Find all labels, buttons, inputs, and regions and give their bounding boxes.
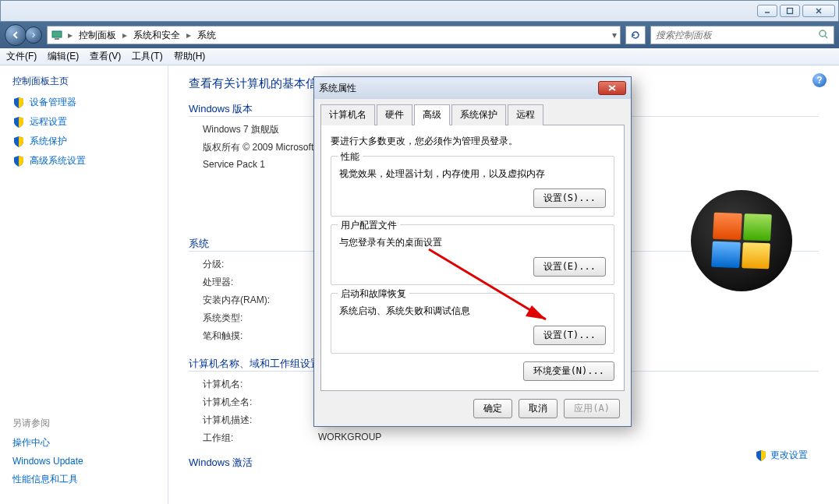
menu-file[interactable]: 文件(F)	[6, 50, 37, 63]
address-bar: ▸ 控制面板 ▸ 系统和安全 ▸ 系统 ▾	[0, 22, 839, 48]
forward-button[interactable]	[25, 26, 42, 44]
computer-icon	[51, 29, 63, 41]
profile-group: 用户配置文件 与您登录有关的桌面设置 设置(E)...	[331, 224, 614, 285]
recovery-group: 启动和故障恢复 系统启动、系统失败和调试信息 设置(T)...	[331, 293, 614, 354]
tab-system-protection[interactable]: 系统保护	[451, 104, 506, 125]
chevron-right-icon: ▸	[185, 30, 193, 41]
processor-label: 处理器:	[203, 276, 318, 289]
rating-label: 分级:	[203, 258, 318, 271]
breadcrumb[interactable]: ▸ 控制面板 ▸ 系统和安全 ▸ 系统 ▾	[47, 26, 621, 44]
apply-button[interactable]: 应用(A)	[564, 399, 620, 418]
performance-title: 性能	[338, 150, 363, 164]
copyright: 版权所有 © 2009 Microsoft	[203, 141, 313, 154]
back-button[interactable]	[5, 24, 27, 46]
breadcrumb-item[interactable]: 系统	[196, 29, 218, 42]
dialog-tabstrip: 计算机名 硬件 高级 系统保护 远程	[320, 104, 625, 125]
systype-label: 系统类型:	[203, 312, 318, 325]
menu-bar: 文件(F) 编辑(E) 查看(V) 工具(T) 帮助(H)	[0, 48, 839, 65]
search-box[interactable]	[650, 26, 834, 44]
workgroup-label: 工作组:	[203, 432, 318, 445]
svg-rect-5	[55, 38, 59, 40]
minimize-button[interactable]	[757, 5, 777, 17]
recovery-title: 启动和故障恢复	[338, 287, 409, 301]
see-also-action-center[interactable]: 操作中心	[12, 436, 155, 449]
performance-group: 性能 视觉效果，处理器计划，内存使用，以及虚拟内存 设置(S)...	[331, 156, 614, 217]
svg-rect-1	[788, 9, 793, 14]
sidebar-system-protection[interactable]: 系统保护	[12, 135, 155, 148]
ram-label: 安装内存(RAM):	[203, 294, 318, 307]
sidebar-device-manager[interactable]: 设备管理器	[12, 96, 155, 109]
menu-help[interactable]: 帮助(H)	[174, 50, 206, 63]
close-button[interactable]	[802, 5, 835, 17]
breadcrumb-item[interactable]: 系统和安全	[132, 29, 182, 42]
tab-remote[interactable]: 远程	[508, 104, 543, 125]
dropdown-icon[interactable]: ▾	[612, 30, 617, 41]
computer-fullname-label: 计算机全名:	[203, 396, 318, 409]
see-also-performance[interactable]: 性能信息和工具	[12, 473, 155, 486]
see-also-title: 另请参阅	[12, 417, 155, 430]
menu-tools[interactable]: 工具(T)	[132, 50, 162, 63]
cancel-button[interactable]: 取消	[519, 399, 558, 418]
see-also-windows-update[interactable]: Windows Update	[12, 456, 155, 467]
env-vars-button[interactable]: 环境变量(N)...	[523, 361, 614, 381]
recovery-settings-button[interactable]: 设置(T)...	[533, 326, 606, 345]
windows-logo	[691, 190, 792, 291]
svg-rect-4	[52, 31, 62, 37]
sidebar-advanced-settings[interactable]: 高级系统设置	[12, 154, 155, 167]
service-pack: Service Pack 1	[203, 159, 265, 170]
dialog-title: 系统属性	[319, 82, 356, 95]
section-activation: Windows 激活	[189, 456, 819, 470]
menu-edit[interactable]: 编辑(E)	[48, 50, 79, 63]
svg-point-6	[820, 30, 826, 37]
help-icon[interactable]: ?	[812, 73, 827, 87]
refresh-button[interactable]	[625, 26, 646, 44]
search-icon[interactable]	[818, 29, 829, 42]
computer-name-label: 计算机名:	[203, 378, 318, 391]
maximize-button[interactable]	[780, 5, 800, 17]
profile-settings-button[interactable]: 设置(E)...	[533, 257, 606, 277]
shield-icon	[12, 116, 25, 129]
tab-hardware[interactable]: 硬件	[377, 104, 412, 125]
tab-advanced[interactable]: 高级	[414, 104, 450, 125]
profile-desc: 与您登录有关的桌面设置	[339, 236, 606, 249]
pen-label: 笔和触摸:	[203, 330, 318, 343]
search-input[interactable]	[656, 30, 818, 41]
shield-icon	[12, 136, 25, 148]
tab-computer-name[interactable]: 计算机名	[320, 104, 375, 125]
svg-line-7	[825, 36, 827, 38]
workgroup-value: WORKGROUP	[318, 432, 381, 445]
performance-desc: 视觉效果，处理器计划，内存使用，以及虚拟内存	[339, 167, 606, 181]
dialog-close-button[interactable]	[598, 81, 626, 95]
performance-settings-button[interactable]: 设置(S)...	[533, 189, 606, 208]
window-titlebar	[0, 0, 839, 22]
chevron-right-icon: ▸	[121, 30, 129, 41]
chevron-right-icon: ▸	[66, 30, 74, 41]
sidebar-remote-settings[interactable]: 远程设置	[12, 115, 155, 129]
shield-icon	[12, 97, 25, 109]
profile-title: 用户配置文件	[338, 219, 400, 232]
shield-icon	[755, 449, 767, 462]
sidebar-title: 控制面板主页	[12, 75, 155, 88]
system-properties-dialog: 系统属性 计算机名 硬件 高级 系统保护 远程 要进行大多数更改，您必须作为管理…	[313, 76, 632, 427]
sidebar: 控制面板主页 设备管理器 远程设置 系统保护 高级系统设置 另请参阅 操作中心 …	[0, 65, 168, 504]
ok-button[interactable]: 确定	[473, 399, 512, 418]
computer-desc-label: 计算机描述:	[203, 414, 318, 427]
shield-icon	[12, 155, 25, 167]
windows-edition: Windows 7 旗舰版	[203, 123, 279, 136]
menu-view[interactable]: 查看(V)	[90, 50, 121, 63]
recovery-desc: 系统启动、系统失败和调试信息	[339, 305, 606, 318]
admin-note: 要进行大多数更改，您必须作为管理员登录。	[331, 135, 614, 148]
change-settings-link[interactable]: 更改设置	[755, 449, 808, 462]
breadcrumb-item[interactable]: 控制面板	[77, 29, 118, 42]
